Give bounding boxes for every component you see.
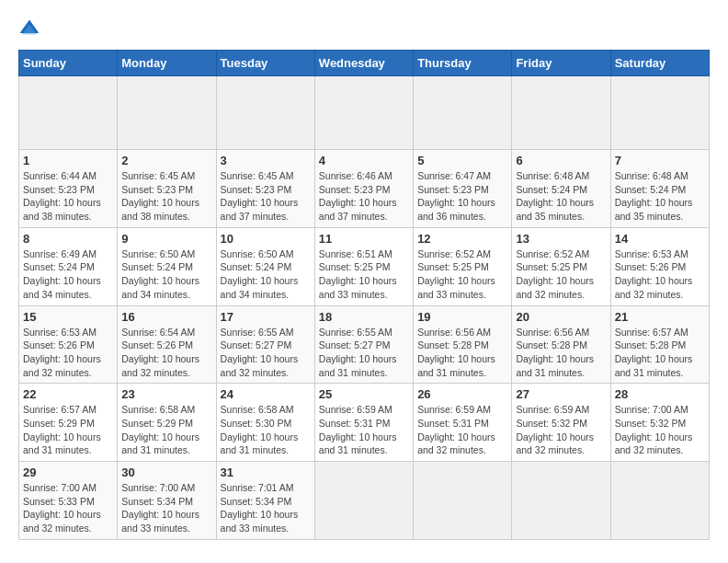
day-number: 9 [121,232,211,246]
cell-info: Sunrise: 6:57 AMSunset: 5:29 PMDaylight:… [23,404,101,455]
calendar-cell: 29 Sunrise: 7:00 AMSunset: 5:33 PMDaylig… [19,462,118,540]
cell-info: Sunrise: 6:48 AMSunset: 5:24 PMDaylight:… [516,170,594,222]
cell-info: Sunrise: 6:51 AMSunset: 5:25 PMDaylight:… [319,248,397,300]
calendar-cell: 21 Sunrise: 6:57 AMSunset: 5:28 PMDaylig… [610,305,709,384]
cell-info: Sunrise: 6:55 AMSunset: 5:27 PMDaylight:… [221,327,299,378]
column-header-sunday: Sunday [19,51,118,76]
calendar-cell [314,462,413,540]
calendar-cell: 11 Sunrise: 6:51 AMSunset: 5:25 PMDaylig… [314,227,413,305]
week-row-5: 29 Sunrise: 7:00 AMSunset: 5:33 PMDaylig… [19,462,710,540]
day-number: 17 [221,310,311,324]
day-number: 16 [121,310,211,324]
column-header-saturday: Saturday [610,51,709,76]
cell-info: Sunrise: 6:45 AMSunset: 5:23 PMDaylight:… [221,170,299,222]
calendar-cell: 30 Sunrise: 7:00 AMSunset: 5:34 PMDaylig… [118,462,216,540]
day-number: 26 [417,387,507,401]
calendar-cell: 23 Sunrise: 6:58 AMSunset: 5:29 PMDaylig… [118,384,216,462]
calendar-table: SundayMondayTuesdayWednesdayThursdayFrid… [18,50,710,540]
day-number: 23 [121,387,211,401]
cell-info: Sunrise: 7:00 AMSunset: 5:32 PMDaylight:… [615,404,693,455]
calendar-cell: 13 Sunrise: 6:52 AMSunset: 5:25 PMDaylig… [512,227,610,305]
cell-info: Sunrise: 6:56 AMSunset: 5:28 PMDaylight:… [417,327,495,378]
day-number: 12 [417,232,507,246]
cell-info: Sunrise: 6:58 AMSunset: 5:30 PMDaylight:… [221,404,299,455]
day-number: 22 [23,387,113,401]
cell-info: Sunrise: 6:48 AMSunset: 5:24 PMDaylight:… [615,170,693,222]
calendar-cell [610,76,709,150]
calendar-cell: 6 Sunrise: 6:48 AMSunset: 5:24 PMDayligh… [512,150,610,228]
calendar-header-row: SundayMondayTuesdayWednesdayThursdayFrid… [19,51,710,76]
page-header [18,18,710,40]
logo [18,18,44,40]
cell-info: Sunrise: 6:50 AMSunset: 5:24 PMDaylight:… [221,248,299,300]
calendar-cell: 18 Sunrise: 6:55 AMSunset: 5:27 PMDaylig… [314,305,413,384]
day-number: 4 [319,154,409,167]
calendar-cell: 9 Sunrise: 6:50 AMSunset: 5:24 PMDayligh… [118,227,216,305]
column-header-wednesday: Wednesday [314,51,413,76]
day-number: 5 [417,154,507,167]
calendar-cell [610,462,709,540]
calendar-cell [512,76,610,150]
day-number: 24 [221,387,311,401]
day-number: 31 [221,465,311,479]
calendar-cell [414,76,512,150]
cell-info: Sunrise: 6:53 AMSunset: 5:26 PMDaylight:… [23,327,101,378]
day-number: 6 [516,154,606,167]
calendar-cell: 4 Sunrise: 6:46 AMSunset: 5:23 PMDayligh… [314,150,413,228]
calendar-cell: 2 Sunrise: 6:45 AMSunset: 5:23 PMDayligh… [118,150,216,228]
day-number: 10 [221,232,311,246]
calendar-cell: 19 Sunrise: 6:56 AMSunset: 5:28 PMDaylig… [414,305,512,384]
day-number: 3 [221,154,311,167]
day-number: 28 [615,387,705,401]
week-row-2: 8 Sunrise: 6:49 AMSunset: 5:24 PMDayligh… [19,227,710,305]
week-row-4: 22 Sunrise: 6:57 AMSunset: 5:29 PMDaylig… [19,384,710,462]
calendar-cell [314,76,413,150]
calendar-cell [118,76,216,150]
day-number: 21 [615,310,705,324]
calendar-cell: 14 Sunrise: 6:53 AMSunset: 5:26 PMDaylig… [610,227,709,305]
calendar-cell: 22 Sunrise: 6:57 AMSunset: 5:29 PMDaylig… [19,384,118,462]
cell-info: Sunrise: 6:59 AMSunset: 5:32 PMDaylight:… [516,404,594,455]
day-number: 27 [516,387,606,401]
calendar-cell: 17 Sunrise: 6:55 AMSunset: 5:27 PMDaylig… [216,305,314,384]
day-number: 13 [516,232,606,246]
cell-info: Sunrise: 6:58 AMSunset: 5:29 PMDaylight:… [121,404,199,455]
week-row-3: 15 Sunrise: 6:53 AMSunset: 5:26 PMDaylig… [19,305,710,384]
logo-icon [18,18,40,40]
calendar-cell: 31 Sunrise: 7:01 AMSunset: 5:34 PMDaylig… [216,462,314,540]
calendar-cell [19,76,118,150]
cell-info: Sunrise: 6:59 AMSunset: 5:31 PMDaylight:… [417,404,495,455]
cell-info: Sunrise: 6:52 AMSunset: 5:25 PMDaylight:… [516,248,594,300]
cell-info: Sunrise: 6:55 AMSunset: 5:27 PMDaylight:… [319,327,397,378]
cell-info: Sunrise: 7:00 AMSunset: 5:33 PMDaylight:… [23,482,101,534]
day-number: 7 [615,154,705,167]
day-number: 30 [121,465,211,479]
cell-info: Sunrise: 6:57 AMSunset: 5:28 PMDaylight:… [615,327,693,378]
cell-info: Sunrise: 6:47 AMSunset: 5:23 PMDaylight:… [417,170,495,222]
cell-info: Sunrise: 6:59 AMSunset: 5:31 PMDaylight:… [319,404,397,455]
calendar-cell: 15 Sunrise: 6:53 AMSunset: 5:26 PMDaylig… [19,305,118,384]
column-header-monday: Monday [118,51,216,76]
calendar-cell: 10 Sunrise: 6:50 AMSunset: 5:24 PMDaylig… [216,227,314,305]
cell-info: Sunrise: 6:56 AMSunset: 5:28 PMDaylight:… [516,327,594,378]
day-number: 11 [319,232,409,246]
day-number: 8 [23,232,113,246]
day-number: 2 [121,154,211,167]
cell-info: Sunrise: 6:52 AMSunset: 5:25 PMDaylight:… [417,248,495,300]
calendar-cell: 12 Sunrise: 6:52 AMSunset: 5:25 PMDaylig… [414,227,512,305]
cell-info: Sunrise: 6:44 AMSunset: 5:23 PMDaylight:… [23,170,101,222]
calendar-cell: 8 Sunrise: 6:49 AMSunset: 5:24 PMDayligh… [19,227,118,305]
day-number: 15 [23,310,113,324]
column-header-friday: Friday [512,51,610,76]
cell-info: Sunrise: 6:54 AMSunset: 5:26 PMDaylight:… [121,327,199,378]
day-number: 1 [23,154,113,167]
day-number: 18 [319,310,409,324]
calendar-cell: 25 Sunrise: 6:59 AMSunset: 5:31 PMDaylig… [314,384,413,462]
calendar-cell [216,76,314,150]
day-number: 19 [417,310,507,324]
cell-info: Sunrise: 7:00 AMSunset: 5:34 PMDaylight:… [121,482,199,534]
cell-info: Sunrise: 6:50 AMSunset: 5:24 PMDaylight:… [121,248,199,300]
cell-info: Sunrise: 6:45 AMSunset: 5:23 PMDaylight:… [121,170,199,222]
cell-info: Sunrise: 7:01 AMSunset: 5:34 PMDaylight:… [221,482,299,534]
calendar-cell: 1 Sunrise: 6:44 AMSunset: 5:23 PMDayligh… [19,150,118,228]
